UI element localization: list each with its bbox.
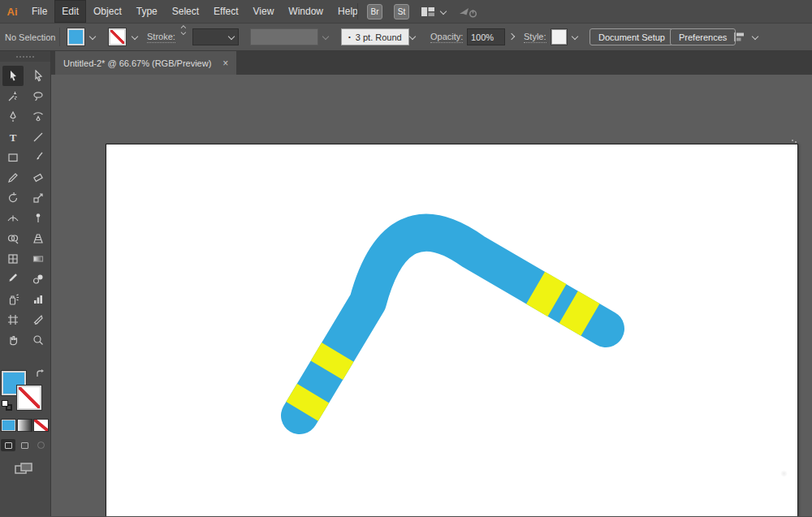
draw-normal-mode-button[interactable] [1,439,15,451]
canvas-smudge [780,470,788,477]
tool-zoom[interactable] [28,330,49,350]
stroke-color-swatch[interactable] [109,28,126,45]
artboard[interactable] [106,144,798,516]
tools-panel-grip[interactable] [0,51,50,62]
magic-wand-tool-icon [6,90,19,103]
tool-eraser[interactable] [28,167,49,187]
menu-file[interactable]: File [24,0,54,23]
tool-curvature[interactable] [28,106,49,127]
document-tab[interactable]: Untitled-2* @ 66.67% (RGB/Preview) × [55,51,236,75]
width-tool-icon [6,212,19,225]
draw-inside-mode-button[interactable] [33,439,48,451]
tool-paintbrush[interactable] [28,147,49,167]
stepper-up-icon[interactable] [180,24,186,28]
tool-pen[interactable] [2,106,24,127]
menu-effect[interactable]: Effect [206,0,245,23]
tool-perspective-grid[interactable] [28,228,49,248]
default-fill-stroke-icon[interactable] [2,400,13,411]
bridge-button[interactable]: Br [367,4,382,19]
apply-none-button[interactable] [33,419,49,432]
tool-type[interactable]: T [2,127,24,147]
opacity-expand-chevron-icon[interactable] [508,33,516,41]
menu-edit[interactable]: Edit [54,0,86,23]
tool-hand[interactable] [2,330,24,350]
fill-dropdown-chevron-icon[interactable] [89,33,96,41]
tool-magic-wand[interactable] [2,86,24,106]
tool-scale[interactable] [28,187,49,208]
symbol-sprayer-tool-icon [6,293,19,306]
opacity-label[interactable]: Opacity: [430,32,463,43]
menu-type[interactable]: Type [129,0,165,23]
tab-close-icon[interactable]: × [222,58,228,68]
apply-color-button[interactable] [1,419,16,432]
stepper-down-icon[interactable] [180,30,186,34]
brush-dropdown-chevron-icon[interactable] [408,33,416,41]
align-dropdown-chevron-icon[interactable] [751,33,758,41]
tool-mesh[interactable] [2,248,24,269]
selection-status: No Selection [5,32,55,42]
width-profile-select [250,28,318,45]
tool-rotate[interactable] [2,187,24,208]
control-bar: No Selection Stroke: • 3 pt. Round Opaci… [0,24,812,51]
stock-button[interactable]: St [394,4,409,19]
menu-window[interactable]: Window [281,0,330,23]
change-screen-mode-button[interactable] [14,462,33,476]
document-tab-bar: Untitled-2* @ 66.67% (RGB/Preview) × [51,51,812,75]
slice-tool-icon [32,313,45,326]
paintbrush-tool-icon [32,151,45,164]
canvas-pasteboard[interactable] [51,75,812,516]
tool-shape-builder[interactable] [2,228,24,248]
tool-column-graph[interactable] [28,289,49,309]
apply-gradient-button[interactable] [17,419,32,432]
line-segment-tool-icon [32,131,45,144]
selection-tool-icon [6,70,19,83]
sync-settings-icon[interactable] [458,6,477,19]
puppet-warp-tool-icon [32,212,45,225]
fill-color-swatch[interactable] [67,28,84,45]
menu-object[interactable]: Object [86,0,129,23]
tool-line-segment[interactable] [28,127,49,147]
menu-view[interactable]: View [246,0,282,23]
tool-lasso[interactable] [28,86,49,106]
tool-rectangle[interactable] [2,147,24,167]
shaper-tool-icon [6,171,19,184]
stroke-dropdown-chevron-icon[interactable] [131,33,138,41]
type-tool-icon: T [6,131,19,144]
tool-artboard[interactable] [2,309,24,330]
blend-tool-icon [32,273,45,286]
column-graph-tool-icon [32,293,45,306]
lasso-tool-icon [32,90,45,103]
opacity-input[interactable]: 100% [467,28,505,45]
stroke-weight-select[interactable] [192,28,239,45]
mesh-tool-icon [6,252,19,265]
style-dropdown-chevron-icon[interactable] [571,33,578,41]
menu-help[interactable]: Help [330,0,365,23]
preferences-button[interactable]: Preferences [670,28,736,45]
chevron-down-icon [439,8,447,15]
tool-symbol-sprayer[interactable] [2,289,24,309]
brush-definition-select[interactable]: • 3 pt. Round [341,28,409,45]
tool-width[interactable] [2,208,24,228]
menu-select[interactable]: Select [165,0,206,23]
width-profile-chevron-icon [322,33,329,41]
stroke-weight-stepper[interactable] [179,24,187,50]
toolbar-stroke-swatch[interactable] [17,386,41,410]
tools-panel: T [0,51,51,516]
tool-shaper[interactable] [2,167,24,187]
rotate-tool-icon [6,192,19,205]
tool-eyedropper[interactable] [2,269,24,289]
align-options-icon[interactable] [733,31,747,43]
tool-gradient[interactable] [28,248,49,269]
style-label[interactable]: Style: [524,32,546,43]
draw-behind-mode-button[interactable] [17,439,32,451]
stroke-weight-label[interactable]: Stroke: [147,32,175,43]
tool-slice[interactable] [28,309,49,330]
tool-direct-selection[interactable] [28,66,49,86]
style-swatch[interactable] [551,29,567,45]
tool-blend[interactable] [28,269,49,289]
tool-selection[interactable] [2,66,24,86]
swap-fill-stroke-icon[interactable] [35,368,47,381]
workspace-switcher[interactable] [421,6,447,17]
document-setup-button[interactable]: Document Setup [590,28,674,45]
tool-puppet-warp[interactable] [28,208,49,228]
